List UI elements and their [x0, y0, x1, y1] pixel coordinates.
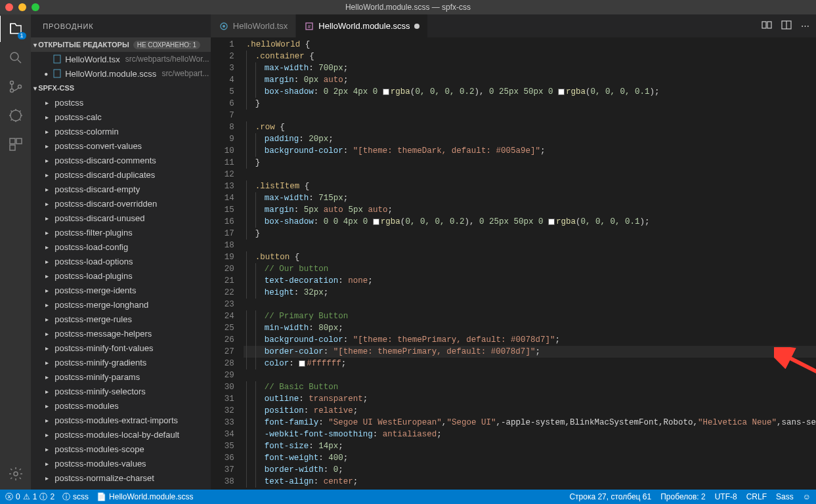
open-editor-item[interactable]: ● HelloWorld.module.scss src/webpart... [31, 66, 211, 81]
status-feedback-icon[interactable]: ☺ [803, 492, 811, 501]
code-line[interactable]: font-family: "Segoe UI WestEuropean","Se… [244, 417, 816, 429]
debug-icon[interactable] [7, 106, 25, 125]
code-line[interactable]: .helloWorld { [244, 39, 816, 51]
folder-item[interactable]: ▸postcss-filter-plugins [31, 225, 211, 240]
code-line[interactable]: .button { [244, 251, 816, 263]
folder-item[interactable]: ▸postcss-modules-scope [31, 442, 211, 456]
code-line[interactable]: } [244, 157, 816, 169]
status-problems[interactable]: ⓧ0 ⚠1 ⓘ2 [5, 492, 54, 503]
code-line[interactable]: max-width: 700px; [244, 62, 816, 74]
folder-item[interactable]: ▸postcss-minify-font-values [31, 341, 211, 355]
code-line[interactable]: .container { [244, 51, 816, 62]
folder-item[interactable]: ▸postcss-modules-local-by-default [31, 427, 211, 442]
folder-item[interactable]: ▸postcss-minify-params [31, 369, 211, 384]
code-line[interactable] [244, 369, 816, 381]
compare-icon[interactable] [762, 20, 772, 32]
code-line[interactable]: font-weight: 400; [244, 452, 816, 464]
status-cursor[interactable]: Строка 27, столбец 61 [569, 492, 651, 501]
editor-tab[interactable]: # HelloWorld.module.scss [296, 14, 427, 37]
code-line[interactable]: position: relative; [244, 405, 816, 417]
code-editor[interactable]: 1234567891011121314151617181920212223242… [211, 37, 816, 490]
folder-item[interactable]: ▸postcss-convert-values [31, 138, 211, 153]
code-line[interactable]: // Basic Button [244, 381, 816, 393]
code-line[interactable]: box-shadow: 0 2px 4px 0 rgba(0, 0, 0, 0.… [244, 86, 816, 98]
explorer-icon[interactable]: 1 [7, 20, 25, 38]
folder-name: postcss-convert-values [54, 141, 142, 151]
chevron-right-icon: ▸ [45, 301, 52, 308]
project-header[interactable]: ▾ SPFX-CSS [31, 81, 211, 95]
open-editors-header[interactable]: ▾ ОТКРЫТЫЕ РЕДАКТОРЫ НЕ СОХРАНЕНО: 1 [31, 37, 211, 52]
chevron-right-icon: ▸ [45, 330, 52, 337]
status-spaces[interactable]: Пробелов: 2 [660, 492, 706, 501]
folder-item[interactable]: ▸postcss-load-config [31, 240, 211, 254]
code-line[interactable]: } [244, 228, 816, 240]
close-window-button[interactable] [5, 3, 13, 11]
code-line[interactable]: margin: 5px auto 5px auto; [244, 204, 816, 216]
search-icon[interactable] [7, 49, 25, 67]
code-line[interactable]: -webkit-font-smoothing: antialiased; [244, 429, 816, 440]
folder-item[interactable]: ▸postcss-discard-unused [31, 211, 211, 225]
line-number: 34 [211, 429, 234, 440]
folder-item[interactable]: ▸postcss-discard-comments [31, 153, 211, 167]
code-line[interactable]: .row { [244, 121, 816, 133]
folder-item[interactable]: ▸postcss-minify-gradients [31, 355, 211, 369]
code-line[interactable] [244, 110, 816, 121]
editor-tab[interactable]: HelloWorld.tsx [211, 14, 297, 37]
code-line[interactable]: // Our button [244, 263, 816, 275]
code-line[interactable] [244, 169, 816, 180]
folder-item[interactable]: ▸postcss-merge-longhand [31, 297, 211, 312]
folder-item[interactable]: ▸postcss-minify-selectors [31, 384, 211, 398]
chevron-right-icon: ▸ [45, 431, 52, 438]
code-line[interactable]: text-align: center; [244, 476, 816, 488]
code-line[interactable]: color: #ffffff; [244, 358, 816, 369]
code-line[interactable]: background-color: "[theme: themeDark, de… [244, 145, 816, 157]
code-line[interactable]: border-color: "[theme: themePrimary, def… [244, 346, 816, 358]
file-type-icon [219, 21, 229, 32]
status-eol[interactable]: CRLF [746, 492, 767, 501]
code-line[interactable]: border-width: 0; [244, 464, 816, 476]
code-line[interactable]: .listItem { [244, 180, 816, 192]
folder-item[interactable]: ▸postcss-message-helpers [31, 326, 211, 341]
code-line[interactable]: max-width: 715px; [244, 192, 816, 204]
status-lang-info[interactable]: ⓘscss [62, 492, 89, 503]
code-line[interactable]: min-width: 80px; [244, 322, 816, 334]
maximize-window-button[interactable] [32, 3, 39, 11]
code-line[interactable]: // Primary Button [244, 310, 816, 322]
source-control-icon[interactable] [7, 77, 25, 96]
folder-item[interactable]: ▸postcss [31, 95, 211, 110]
extensions-icon[interactable] [7, 135, 25, 154]
code-line[interactable]: height: 32px; [244, 287, 816, 299]
split-editor-icon[interactable] [781, 20, 792, 32]
folder-item[interactable]: ▸postcss-load-plugins [31, 268, 211, 283]
code-line[interactable]: padding: 20px; [244, 133, 816, 145]
code-line[interactable]: margin: 0px auto; [244, 74, 816, 86]
status-encoding[interactable]: UTF-8 [715, 492, 737, 501]
settings-gear-icon[interactable] [7, 465, 25, 483]
folder-item[interactable]: ▸postcss-discard-duplicates [31, 167, 211, 182]
code-line[interactable] [244, 240, 816, 251]
code-line[interactable]: } [244, 98, 816, 110]
folder-item[interactable]: ▸postcss-merge-rules [31, 312, 211, 326]
code-line[interactable]: box-shadow: 0 0 4px 0 rgba(0, 0, 0, 0.2)… [244, 216, 816, 228]
code-line[interactable]: outline: transparent; [244, 393, 816, 405]
code-line[interactable]: font-size: 14px; [244, 440, 816, 452]
folder-item[interactable]: ▸postcss-colormin [31, 124, 211, 138]
folder-item[interactable]: ▸postcss-modules-values [31, 456, 211, 471]
folder-item[interactable]: ▸postcss-modules-extract-imports [31, 413, 211, 427]
status-file[interactable]: 📄HelloWorld.module.scss [97, 492, 194, 501]
folder-item[interactable]: ▸postcss-merge-idents [31, 283, 211, 297]
folder-item[interactable]: ▸postcss-calc [31, 110, 211, 124]
code-line[interactable] [244, 299, 816, 310]
code-line[interactable]: background-color: "[theme: themePrimary,… [244, 334, 816, 346]
status-language[interactable]: Sass [776, 492, 794, 501]
folder-item[interactable]: ▸postcss-load-options [31, 254, 211, 268]
folder-item[interactable]: ▸postcss-discard-empty [31, 182, 211, 196]
minimize-window-button[interactable] [18, 3, 26, 11]
code-line[interactable]: text-decoration: none; [244, 275, 816, 287]
code-content[interactable]: .helloWorld {.container {max-width: 700p… [244, 37, 816, 490]
folder-item[interactable]: ▸postcss-modules [31, 398, 211, 413]
open-editor-item[interactable]: HelloWorld.tsx src/webparts/helloWor... [31, 52, 211, 66]
more-icon[interactable]: ⋯ [801, 21, 809, 31]
folder-item[interactable]: ▸postcss-discard-overridden [31, 196, 211, 211]
folder-item[interactable]: ▸postcss-normalize-charset [31, 471, 211, 485]
